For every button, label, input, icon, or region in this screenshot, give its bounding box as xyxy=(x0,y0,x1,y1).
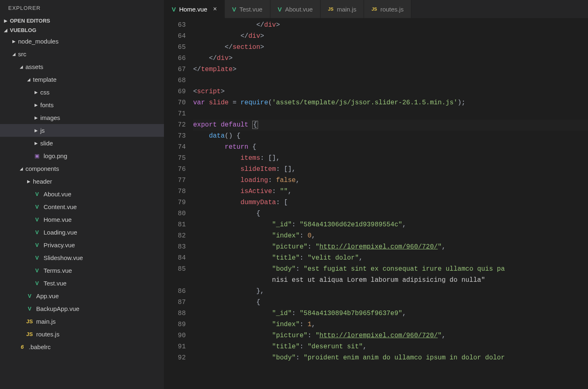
code-line[interactable]: "title": "velit dolor", xyxy=(193,253,588,264)
tree-item-privacy-vue[interactable]: VPrivacy.vue xyxy=(0,239,164,251)
line-number: 75 xyxy=(164,153,186,164)
tree-item-backupapp-vue[interactable]: VBackupApp.vue xyxy=(0,302,164,315)
code-line[interactable]: </div> xyxy=(193,20,588,31)
line-number: 66 xyxy=(164,53,186,64)
code-content[interactable]: </div> </div> </section> </div></templat… xyxy=(193,18,588,389)
tree-item-app-vue[interactable]: VApp.vue xyxy=(0,290,164,302)
tree-item-slideshow-vue[interactable]: VSlideshow.vue xyxy=(0,251,164,264)
code-line[interactable]: "_id": "584a41306d62e1d93989554c", xyxy=(193,219,588,230)
tree-item-loading-vue[interactable]: VLoading.vue xyxy=(0,226,164,239)
code-line[interactable] xyxy=(193,108,588,120)
code-line[interactable]: </div> xyxy=(193,31,588,42)
line-number: 64 xyxy=(164,31,186,42)
chevron-right-icon: ▶ xyxy=(35,115,40,120)
tree-item-js[interactable]: ▶js xyxy=(0,124,164,137)
code-line[interactable]: </section> xyxy=(193,42,588,53)
tab-test-vue[interactable]: VTest.vue xyxy=(225,0,270,18)
tree-item-main-js[interactable]: JSmain.js xyxy=(0,315,164,328)
code-line[interactable]: "_id": "584a4130894b7b965f9637e9", xyxy=(193,308,588,319)
tree-item-test-vue[interactable]: VTest.vue xyxy=(0,277,164,290)
tree-item-slide[interactable]: ▶slide xyxy=(0,137,164,150)
code-line[interactable]: { xyxy=(193,208,588,219)
line-number: 90 xyxy=(164,330,186,341)
code-line[interactable]: </template> xyxy=(193,64,588,75)
code-line[interactable]: "index": 0, xyxy=(193,230,588,242)
code-line[interactable]: }, xyxy=(193,286,588,297)
code-line[interactable]: </div> xyxy=(193,53,588,64)
vue-icon: V xyxy=(33,228,41,237)
code-line[interactable]: "picture": "http://lorempixel.com/960/72… xyxy=(193,330,588,341)
project-label: VUEBLOG xyxy=(10,27,36,33)
tree-item-assets[interactable]: ◢assets xyxy=(0,60,164,73)
editor-tabs: VHome.vue×VTest.vueVAbout.vueJSmain.jsJS… xyxy=(164,0,588,18)
editor[interactable]: 6364656667686970717273747576777879808182… xyxy=(164,18,588,389)
tab-label: About.vue xyxy=(285,6,313,13)
vue-icon: V xyxy=(25,305,34,313)
tree-item-terms-vue[interactable]: VTerms.vue xyxy=(0,264,164,277)
tree-item-routes-js[interactable]: JSroutes.js xyxy=(0,328,164,341)
chevron-right-icon: ▶ xyxy=(12,39,18,44)
tree-item--babelrc[interactable]: 6.babelrc xyxy=(0,341,164,353)
code-line[interactable]: return { xyxy=(193,142,588,153)
tree-item-css[interactable]: ▶css xyxy=(0,86,164,99)
line-number: 65 xyxy=(164,42,186,53)
tree-item-node_modules[interactable]: ▶node_modules xyxy=(0,35,164,48)
code-line[interactable]: <script> xyxy=(193,86,588,97)
line-number: 79 xyxy=(164,197,186,208)
tree-item-label: Slideshow.vue xyxy=(44,254,83,261)
line-number: 85 xyxy=(164,264,186,275)
tab-routes-js[interactable]: JSroutes.js xyxy=(364,0,411,18)
code-line[interactable]: "title": "deserunt sit", xyxy=(193,341,588,352)
code-line[interactable]: export default { xyxy=(193,120,588,131)
code-line[interactable]: nisi est ut aliqua Lorem laborum adipisi… xyxy=(193,275,588,286)
code-line[interactable]: "body": "est fugiat sint ex consequat ir… xyxy=(193,264,588,275)
close-icon[interactable]: × xyxy=(213,5,217,13)
code-line[interactable]: data() { xyxy=(193,131,588,142)
tree-item-src[interactable]: ◢src xyxy=(0,48,164,60)
tree-item-label: css xyxy=(40,89,50,96)
tree-item-header[interactable]: ▶header xyxy=(0,175,164,188)
js-icon: JS xyxy=(328,7,333,12)
tree-item-label: components xyxy=(25,165,59,172)
code-line[interactable]: loading: false, xyxy=(193,175,588,186)
tree-item-template[interactable]: ◢template xyxy=(0,73,164,86)
tree-item-about-vue[interactable]: VAbout.vue xyxy=(0,188,164,200)
code-line[interactable]: var slide = require('assets/template/js/… xyxy=(193,97,588,108)
tree-item-home-vue[interactable]: VHome.vue xyxy=(0,213,164,226)
tree-item-fonts[interactable]: ▶fonts xyxy=(0,99,164,111)
explorer-sidebar: EXPLORER ▶ OPEN EDITORS ◢ VUEBLOG ▶node_… xyxy=(0,0,164,389)
code-line[interactable]: { xyxy=(193,297,588,308)
code-line[interactable]: slideItem: [], xyxy=(193,164,588,175)
tree-item-label: logo.png xyxy=(44,152,67,159)
vue-icon: V xyxy=(33,241,41,249)
tab-about-vue[interactable]: VAbout.vue xyxy=(270,0,321,18)
line-number: 77 xyxy=(164,175,186,186)
code-line[interactable] xyxy=(193,75,588,86)
tab-main-js[interactable]: JSmain.js xyxy=(321,0,364,18)
vue-icon: V xyxy=(33,254,41,262)
tree-item-label: routes.js xyxy=(36,331,60,338)
code-line[interactable]: dummyData: [ xyxy=(193,197,588,208)
tree-item-label: About.vue xyxy=(44,191,71,198)
code-line[interactable]: "body": "proident enim anim do ullamco i… xyxy=(193,352,588,364)
code-line[interactable]: "picture": "http://lorempixel.com/960/72… xyxy=(193,242,588,253)
tree-item-logo-png[interactable]: ▣logo.png xyxy=(0,150,164,162)
file-tree: ▶node_modules◢src◢assets◢template▶css▶fo… xyxy=(0,35,164,389)
tree-item-label: .babelrc xyxy=(29,343,51,350)
tree-item-label: App.vue xyxy=(36,292,59,299)
js-icon: JS xyxy=(25,318,34,326)
tree-item-content-vue[interactable]: VContent.vue xyxy=(0,200,164,213)
line-number: 78 xyxy=(164,186,186,197)
code-line[interactable]: isActive: "", xyxy=(193,186,588,197)
tree-item-images[interactable]: ▶images xyxy=(0,111,164,124)
vue-icon: V xyxy=(33,203,41,211)
chevron-down-icon: ◢ xyxy=(4,28,10,32)
tree-item-components[interactable]: ◢components xyxy=(0,162,164,175)
code-line[interactable]: "index": 1, xyxy=(193,319,588,330)
project-section[interactable]: ◢ VUEBLOG xyxy=(0,25,164,35)
open-editors-section[interactable]: ▶ OPEN EDITORS xyxy=(0,16,164,25)
tree-item-label: Home.vue xyxy=(44,216,71,223)
code-line[interactable]: items: [], xyxy=(193,153,588,164)
line-number: 72 xyxy=(164,120,186,131)
tab-home-vue[interactable]: VHome.vue× xyxy=(164,0,225,18)
